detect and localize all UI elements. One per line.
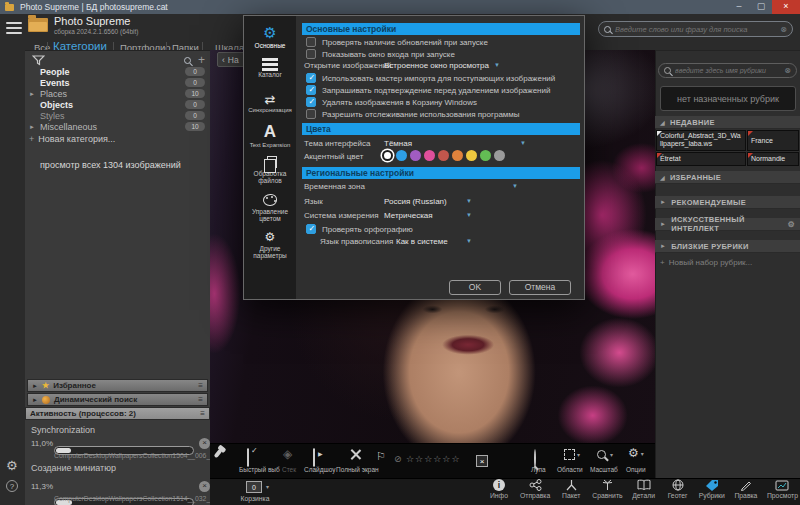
tree-item-miscellaneous[interactable]: ► Miscellaneous 10 xyxy=(25,121,210,132)
stack-button[interactable]: ◈ xyxy=(283,447,292,461)
color-swatch-selected[interactable] xyxy=(382,150,393,161)
edit-button[interactable]: Правка xyxy=(733,479,759,504)
share-button[interactable]: Отправка xyxy=(520,479,550,504)
chevron-down-icon[interactable]: ▼ xyxy=(494,62,500,68)
areas-button[interactable]: ▾ xyxy=(564,449,580,460)
checkbox[interactable] xyxy=(306,109,316,119)
maximize-button[interactable]: ▢ xyxy=(750,0,772,14)
checkbox[interactable] xyxy=(306,224,316,234)
section-ai[interactable]: ► ИСКУССТВЕННЫЙ ИНТЕЛЛЕКТ ⚙ xyxy=(655,218,800,231)
checkbox-row[interactable]: Разрешить отслеживание использования про… xyxy=(306,109,520,119)
rating-stars[interactable]: ☆☆☆☆☆☆ xyxy=(406,454,460,464)
gear-icon[interactable]: ⚙ xyxy=(788,220,795,229)
checkbox-row[interactable]: Использовать мастер импорта для поступаю… xyxy=(306,73,555,83)
expand-arrow-icon[interactable]: ► xyxy=(29,124,35,130)
help-icon[interactable]: ? xyxy=(6,480,18,492)
spell-lang-select[interactable]: Как в системе xyxy=(396,237,448,246)
units-select[interactable]: Метрическая xyxy=(384,211,433,220)
sidebar-add-icon[interactable]: + xyxy=(198,53,205,67)
filter-icon[interactable] xyxy=(32,55,45,66)
color-swatch[interactable] xyxy=(452,150,463,161)
quick-select-button[interactable] xyxy=(247,449,249,467)
chevron-down-icon[interactable]: ▼ xyxy=(466,238,472,244)
checkbox[interactable] xyxy=(306,73,316,83)
checkbox[interactable] xyxy=(306,97,316,107)
tree-item-styles[interactable]: Styles 0 xyxy=(25,110,210,121)
nav-file-handling[interactable]: Обработка файлов xyxy=(244,156,296,184)
label-tag[interactable]: Étretat xyxy=(656,152,746,166)
expand-arrow-icon[interactable]: ► xyxy=(29,91,35,97)
panel-menu-icon[interactable]: ≡ xyxy=(198,381,203,390)
clear-search-icon[interactable]: ⊗ xyxy=(780,25,787,34)
nav-catalog[interactable]: Каталог xyxy=(244,58,296,78)
hamburger-menu-icon[interactable] xyxy=(6,22,22,34)
compare-button[interactable]: Сравнить xyxy=(592,479,622,504)
checkbox[interactable] xyxy=(306,37,316,47)
new-label-set-button[interactable]: + Новый набор рубрик... xyxy=(660,258,752,267)
nav-color-management[interactable]: Управление цветом xyxy=(244,194,296,222)
chevron-down-icon[interactable]: ▼ xyxy=(512,183,518,189)
global-search-input[interactable] xyxy=(615,25,776,34)
batch-button[interactable]: Пакет xyxy=(558,479,584,504)
slideshow-button[interactable] xyxy=(313,449,315,467)
new-category-button[interactable]: + Новая категория... xyxy=(29,134,115,144)
dynamic-search-panel-header[interactable]: ► Динамический поиск ≡ xyxy=(27,393,208,406)
ok-button[interactable]: OK xyxy=(449,280,501,295)
nav-other[interactable]: ⚙ Другие параметры xyxy=(244,230,296,259)
section-recommended[interactable]: ► РЕКОМЕНДУЕМЫЕ xyxy=(655,196,800,209)
panel-menu-icon[interactable]: ≡ xyxy=(198,395,203,404)
remove-rating-button[interactable]: × xyxy=(476,455,488,467)
section-related[interactable]: ► БЛИЗКИЕ РУБРИКИ xyxy=(655,240,800,253)
label-tag[interactable]: Normandie xyxy=(747,152,799,166)
checkbox-row[interactable]: Запрашивать подтверждение перед удаление… xyxy=(306,85,550,95)
tree-item-objects[interactable]: Objects 0 xyxy=(25,99,210,110)
checkbox-row[interactable]: Проверять наличие обновлений при запуске xyxy=(306,37,488,47)
minimize-button[interactable]: – xyxy=(728,0,750,14)
color-swatch[interactable] xyxy=(396,150,407,161)
checkbox[interactable] xyxy=(306,49,316,59)
flag-button[interactable]: ⚐ xyxy=(376,450,386,463)
zoom-button[interactable]: ▾ xyxy=(597,450,613,459)
favorites-panel-header[interactable]: ► ★ Избранное ≡ xyxy=(27,379,208,392)
color-swatch[interactable] xyxy=(424,150,435,161)
view-button[interactable]: Просмотр xyxy=(767,479,798,504)
label-search[interactable]: ⊗ xyxy=(658,63,797,78)
section-favorites[interactable]: ◢ ИЗБРАННЫЕ xyxy=(655,171,800,184)
color-swatch[interactable] xyxy=(480,150,491,161)
sidebar-search-icon[interactable] xyxy=(184,57,191,64)
activity-panel-header[interactable]: Активность (процессов: 2) ≡ xyxy=(25,407,210,420)
open-mode-select[interactable]: Встроенное окно просмотра xyxy=(384,61,489,70)
global-search[interactable]: ⊗ xyxy=(598,21,793,37)
section-recent[interactable]: ◢ НЕДАВНИЕ xyxy=(655,116,800,129)
label-tag[interactable]: France xyxy=(747,130,799,151)
tree-item-places[interactable]: ► Places 10 xyxy=(25,88,210,99)
theme-select[interactable]: Тёмная xyxy=(384,139,412,148)
tree-item-events[interactable]: Events 0 xyxy=(25,77,210,88)
panel-menu-icon[interactable]: ≡ xyxy=(200,409,205,418)
cancel-task-icon[interactable]: × xyxy=(199,438,210,449)
nav-general[interactable]: ⚙ Основные xyxy=(244,24,296,49)
checkbox-row[interactable]: Удалять изображения в Корзину Windows xyxy=(306,97,477,107)
close-button[interactable]: × xyxy=(772,0,800,14)
language-select[interactable]: Россия (Russian) xyxy=(384,197,447,206)
tree-item-people[interactable]: People 0 xyxy=(25,66,210,77)
clear-rating-button[interactable]: ⊘ xyxy=(394,454,402,464)
nav-text-expansion[interactable]: A Text Expansion xyxy=(244,122,296,149)
info-button[interactable]: i Инфо xyxy=(486,479,512,504)
nav-sync[interactable]: ⇄ Синхронизация xyxy=(244,92,296,114)
color-swatch[interactable] xyxy=(438,150,449,161)
options-button[interactable]: ⚙ ▾ xyxy=(628,446,644,460)
basket-dropdown-icon[interactable]: ▾ xyxy=(266,483,269,490)
checkbox-row[interactable]: Проверять орфографию xyxy=(306,224,413,234)
label-search-input[interactable] xyxy=(675,67,780,74)
details-button[interactable]: Детали xyxy=(631,479,657,504)
chevron-down-icon[interactable]: ▼ xyxy=(466,212,472,218)
checkbox[interactable] xyxy=(306,85,316,95)
cancel-task-icon[interactable]: × xyxy=(199,481,210,492)
labels-button[interactable]: Рубрики xyxy=(699,479,725,504)
color-swatch[interactable] xyxy=(410,150,421,161)
basket-button[interactable]: 0 xyxy=(246,481,262,493)
cancel-button[interactable]: Отмена xyxy=(509,280,571,295)
chevron-down-icon[interactable]: ▼ xyxy=(520,140,526,146)
chevron-down-icon[interactable]: ▼ xyxy=(466,198,472,204)
